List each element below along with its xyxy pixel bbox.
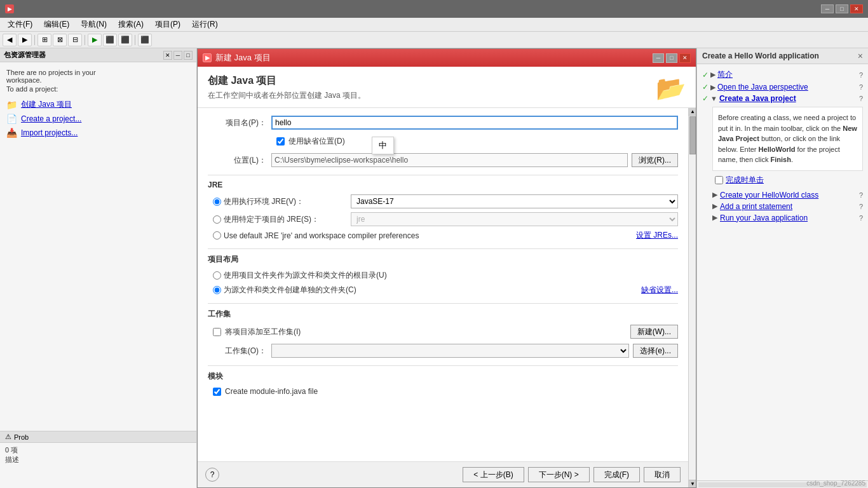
create-project-label[interactable]: 创建 Java 项目 [21, 99, 72, 110]
dialog-title-bar: ▶ 新建 Java 项目 ─ □ ✕ [198, 49, 696, 67]
menu-navigate[interactable]: 导航(N) [76, 18, 112, 31]
cancel-button[interactable]: 取消 [644, 467, 681, 482]
back-button[interactable]: < 上一步(B) [463, 467, 524, 482]
new-working-set-btn[interactable]: 新建(W)... [630, 325, 678, 339]
dialog-title: 新建 Java 项目 [215, 52, 271, 64]
complete-checkbox[interactable] [715, 176, 723, 184]
sub-item-arrow-2[interactable]: ▶ [712, 202, 717, 210]
problems-tab[interactable]: ⚠ Prob [0, 431, 196, 443]
watermark: csdn_shop_7262285 [806, 480, 865, 487]
expand-icon-2[interactable]: ▶ [710, 83, 715, 92]
dialog-maximize-btn[interactable]: □ [666, 53, 677, 63]
menu-file[interactable]: 文件(F) [3, 18, 37, 31]
toolbar-btn-5[interactable]: ⊟ [68, 34, 82, 46]
right-panel-close-btn[interactable]: × [858, 51, 863, 61]
location-input[interactable] [271, 153, 628, 167]
menu-project[interactable]: 项目(P) [150, 18, 186, 31]
sub-item-run-link[interactable]: Run your Java application [720, 214, 808, 222]
jre-exec-env-label[interactable]: 使用执行环境 JRE(V)： [224, 196, 351, 207]
complete-link[interactable]: 完成时单击 [726, 175, 764, 186]
add-to-working-set-label[interactable]: 将项目添加至工作集(I) [225, 327, 630, 337]
sub-item-run: ▶ Run your Java application ? [712, 214, 863, 222]
layout-separate-folders-label[interactable]: 为源文件和类文件创建单独的文件夹(C) [224, 285, 636, 295]
configure-jres-link[interactable]: 设置 JREs... [636, 230, 678, 241]
dialog-minimize-btn[interactable]: ─ [653, 53, 664, 63]
scrollbar-thumb[interactable] [689, 116, 696, 154]
toolbar-btn-2[interactable]: ▶ [18, 34, 32, 46]
toolbar-btn-4[interactable]: ⊠ [53, 34, 67, 46]
dialog-close-btn[interactable]: ✕ [679, 53, 691, 63]
layout-use-folder-radio[interactable] [213, 271, 221, 280]
jre-project-specific-radio[interactable] [213, 215, 221, 224]
cheatsheet-java-project-link[interactable]: Create a Java project [719, 94, 796, 103]
create-project-label-2[interactable]: Create a project... [21, 114, 81, 123]
scrollbar-down[interactable]: ▼ [689, 480, 696, 487]
jre-exec-env-select[interactable]: JavaSE-17 JavaSE-11 JavaSE-8 [351, 194, 678, 208]
sub-item-arrow-1[interactable]: ▶ [712, 191, 717, 199]
expand-icon-3[interactable]: ▼ [710, 95, 717, 102]
help-button[interactable]: ? [205, 468, 219, 482]
create-module-info-checkbox[interactable] [213, 388, 221, 396]
menu-edit[interactable]: 编辑(E) [39, 18, 74, 31]
cheatsheet-intro-link[interactable]: 简介 [717, 69, 733, 80]
toolbar-btn-7[interactable]: ⬛ [118, 34, 132, 46]
cheatsheet-intro-help[interactable]: ? [859, 71, 863, 79]
project-name-input[interactable] [271, 116, 678, 130]
toolbar-run-btn[interactable]: ▶ [88, 34, 102, 46]
outer-close-btn[interactable]: ✕ [850, 4, 863, 13]
panel-maximize-btn[interactable]: □ [184, 51, 193, 60]
outer-minimize-btn[interactable]: ─ [821, 4, 834, 13]
cheatsheet-java-project-help[interactable]: ? [859, 95, 863, 102]
menu-run[interactable]: 运行(R) [187, 18, 223, 31]
select-working-set-btn[interactable]: 选择(e)... [633, 344, 678, 358]
cheatsheet-java-persp-help[interactable]: ? [859, 83, 863, 91]
use-default-location-label[interactable]: 使用缺省位置(D) [288, 136, 345, 147]
working-set-select[interactable] [271, 344, 629, 358]
create-project-link[interactable]: 📄 Create a project... [6, 114, 190, 124]
jre-default-radio[interactable] [213, 231, 221, 240]
package-explorer-title: 包资源管理器 [4, 50, 46, 60]
toolbar-btn-3[interactable]: ⊞ [37, 34, 51, 46]
jre-project-specific-select[interactable]: jre [351, 212, 678, 226]
jre-default-label[interactable]: Use default JRE 'jre' and workspace comp… [224, 231, 631, 240]
panel-close-btn[interactable]: ✕ [163, 51, 172, 60]
import-projects-link[interactable]: 📥 Import projects... [6, 128, 190, 138]
jre-exec-env-radio[interactable] [213, 198, 221, 206]
toolbar-sep-3 [135, 35, 135, 45]
outer-maximize-btn[interactable]: □ [836, 4, 848, 13]
panel-minimize-btn[interactable]: ─ [173, 51, 182, 60]
cheatsheet-java-persp-link[interactable]: Open the Java perspective [717, 83, 808, 92]
location-label: 位置(L)： [208, 155, 271, 166]
sub-item-2-help[interactable]: ? [859, 203, 863, 210]
sub-item-arrow-3[interactable]: ▶ [712, 214, 717, 222]
toolbar-btn-1[interactable]: ◀ [3, 34, 17, 46]
jre-project-specific-label[interactable]: 使用特定于项目的 JRE(S)： [224, 214, 351, 225]
menu-search[interactable]: 搜索(A) [113, 18, 149, 31]
left-panel: 包资源管理器 ✕ ─ □ There are no projects in yo… [0, 48, 197, 488]
layout-use-folder-label[interactable]: 使用项目文件夹作为源文件和类文件的根目录(U) [224, 270, 678, 281]
jre-default-row: Use default JRE 'jre' and workspace comp… [208, 230, 678, 241]
finish-button[interactable]: 完成(F) [593, 467, 640, 482]
default-settings-link[interactable]: 缺省设置... [641, 285, 678, 295]
sub-item-3-help[interactable]: ? [859, 214, 863, 222]
layout-separate-folders-radio[interactable] [213, 286, 221, 294]
sub-item-helloworld-link[interactable]: Create your HelloWorld class [720, 191, 818, 200]
next-button[interactable]: 下一步(N) > [528, 467, 590, 482]
desc-text-4: . [791, 156, 793, 163]
create-java-project-link[interactable]: 📁 创建 Java 项目 [6, 99, 190, 110]
ime-indicator: 中 [372, 137, 394, 154]
toolbar-btn-8[interactable]: ⬛ [138, 34, 152, 46]
add-to-working-set-checkbox[interactable] [213, 328, 221, 336]
cheatsheet-item-java-project: ✓ ▼ Create a Java project ? [702, 94, 863, 103]
sub-item-1-help[interactable]: ? [859, 191, 863, 199]
browse-button[interactable]: 浏览(R)... [632, 153, 678, 167]
sub-item-print: ▶ Add a print statement ? [712, 202, 863, 211]
use-default-location-row: 使用缺省位置(D) [276, 136, 678, 147]
import-projects-label[interactable]: Import projects... [21, 128, 78, 137]
use-default-location-checkbox[interactable] [276, 137, 285, 146]
expand-icon-1[interactable]: ▶ [710, 71, 715, 79]
create-module-info-label[interactable]: Create module-info.java file [225, 387, 318, 396]
scrollbar-up[interactable]: ▲ [689, 108, 696, 116]
sub-item-print-link[interactable]: Add a print statement [720, 202, 792, 211]
toolbar-btn-6[interactable]: ⬛ [103, 34, 117, 46]
